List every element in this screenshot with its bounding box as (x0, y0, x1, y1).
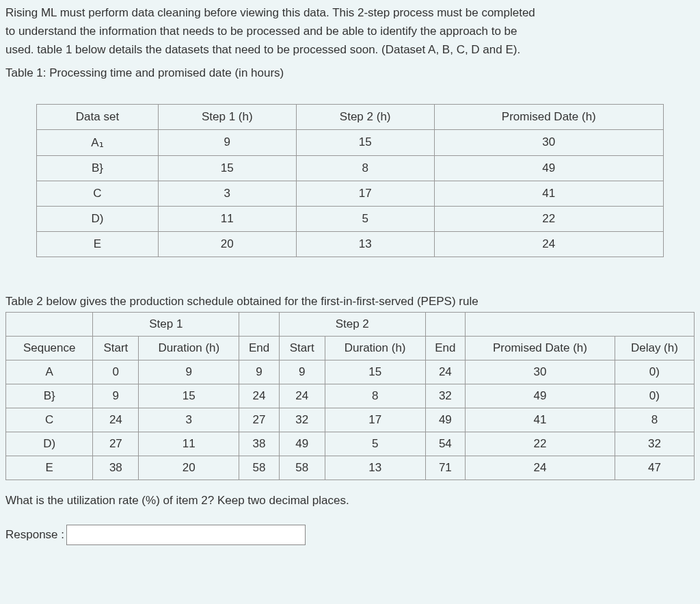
table2-cell: 47 (615, 456, 694, 480)
table1-cell: C (37, 181, 159, 206)
table1-cell: 3 (158, 181, 296, 206)
table1-cell: 41 (434, 181, 663, 206)
table1-cell: 5 (296, 206, 434, 231)
table1-row: C 3 17 41 (37, 181, 664, 206)
table2-cell: 8 (325, 384, 425, 408)
table2-cell: E (6, 456, 93, 480)
table2-header-end1: End (239, 336, 279, 360)
table2-cell: 27 (93, 432, 139, 456)
table2-group-header (6, 312, 93, 336)
table2-cell: 27 (239, 408, 279, 432)
intro-line-3: used. table 1 below details the datasets… (5, 43, 520, 56)
table2-cell: 49 (279, 432, 325, 456)
table2-header-sequence: Sequence (6, 336, 93, 360)
table2-cell: 24 (239, 384, 279, 408)
table1-row: B} 15 8 49 (37, 155, 664, 181)
table1-cell: D) (37, 206, 159, 231)
table1-cell: 24 (434, 231, 663, 257)
table1-cell: A₁ (37, 129, 159, 155)
table1-cell: 15 (158, 155, 296, 181)
table2-cell: 24 (279, 384, 325, 408)
table2-row: A 0 9 9 9 15 24 30 0) (6, 360, 695, 384)
table2-header-promised: Promised Date (h) (466, 336, 615, 360)
table2-group-header-step1: Step 1 (93, 312, 239, 336)
table2-cell: 0) (615, 384, 694, 408)
table2-cell: 49 (466, 384, 615, 408)
intro-paragraph: Rising ML must perform data cleaning bef… (5, 3, 695, 60)
table2-cell: 15 (139, 384, 239, 408)
table2-header-start1: Start (93, 336, 139, 360)
table2-cell: 71 (425, 456, 465, 480)
table2-header-duration1: Duration (h) (139, 336, 239, 360)
table1-header-step1: Step 1 (h) (158, 104, 296, 129)
table1-cell: 8 (296, 155, 434, 181)
table2-cell: 58 (279, 456, 325, 480)
table1-cell: B} (37, 155, 159, 181)
response-input[interactable] (66, 525, 306, 545)
table1-cell: E (37, 231, 159, 257)
table2-cell: 58 (239, 456, 279, 480)
table2-group-header-step2: Step 2 (279, 312, 425, 336)
table2-cell: 17 (325, 408, 425, 432)
table1-cell: 13 (296, 231, 434, 257)
table2-cell: 8 (615, 408, 694, 432)
table1-cell: 9 (158, 129, 296, 155)
table2-cell: 9 (239, 360, 279, 384)
table2-row: C 24 3 27 32 17 49 41 8 (6, 408, 695, 432)
table2-group-header (239, 312, 279, 336)
table1-row: D) 11 5 22 (37, 206, 664, 231)
table2-header-start2: Start (279, 336, 325, 360)
table1-header-step2: Step 2 (h) (296, 104, 434, 129)
intro-line-2: to understand the information that needs… (5, 25, 517, 38)
table2-cell: 24 (425, 360, 465, 384)
table2-cell: B} (6, 384, 93, 408)
table1: Data set Step 1 (h) Step 2 (h) Promised … (36, 104, 664, 257)
table2-cell: 32 (279, 408, 325, 432)
table2-cell: 9 (139, 360, 239, 384)
table2-header-row: Sequence Start Duration (h) End Start Du… (6, 336, 695, 360)
table2-header-end2: End (425, 336, 465, 360)
table2-row: D) 27 11 38 49 5 54 22 32 (6, 432, 695, 456)
table1-cell: 30 (434, 129, 663, 155)
table2-cell: 15 (325, 360, 425, 384)
table2-cell: 41 (466, 408, 615, 432)
table1-cell: 22 (434, 206, 663, 231)
table2-header-duration2: Duration (h) (325, 336, 425, 360)
table1-row: E 20 13 24 (37, 231, 664, 257)
table2-header-delay: Delay (h) (615, 336, 694, 360)
table2-row: E 38 20 58 58 13 71 24 47 (6, 456, 695, 480)
table2-cell: 22 (466, 432, 615, 456)
table2-group-header (425, 312, 465, 336)
table2-cell: 11 (139, 432, 239, 456)
table1-cell: 11 (158, 206, 296, 231)
table2-cell: 3 (139, 408, 239, 432)
table1-cell: 15 (296, 129, 434, 155)
table2-cell: 0 (93, 360, 139, 384)
table1-row: A₁ 9 15 30 (37, 129, 664, 155)
table1-header-row: Data set Step 1 (h) Step 2 (h) Promised … (37, 104, 664, 129)
table2-cell: A (6, 360, 93, 384)
table1-header-dataset: Data set (37, 104, 159, 129)
table2-group-header (466, 312, 695, 336)
table2-cell: C (6, 408, 93, 432)
table2-cell: 32 (615, 432, 694, 456)
table2-cell: 5 (325, 432, 425, 456)
table2-group-header-row: Step 1 Step 2 (6, 312, 695, 336)
table2-intro: Table 2 below gives the production sched… (5, 295, 695, 308)
table2-cell: 49 (425, 408, 465, 432)
table1-caption: Table 1: Processing time and promised da… (5, 66, 695, 80)
table2-cell: 32 (425, 384, 465, 408)
table1-cell: 20 (158, 231, 296, 257)
response-label: Response : (5, 528, 64, 542)
table1-header-promised: Promised Date (h) (434, 104, 663, 129)
intro-line-1: Rising ML must perform data cleaning bef… (5, 6, 535, 19)
response-row: Response : (5, 525, 695, 545)
table2-cell: 13 (325, 456, 425, 480)
table2-cell: 9 (279, 360, 325, 384)
table2-cell: 38 (93, 456, 139, 480)
table2-cell: D) (6, 432, 93, 456)
table2-cell: 38 (239, 432, 279, 456)
table2-cell: 20 (139, 456, 239, 480)
table1-cell: 49 (434, 155, 663, 181)
table2-cell: 24 (466, 456, 615, 480)
